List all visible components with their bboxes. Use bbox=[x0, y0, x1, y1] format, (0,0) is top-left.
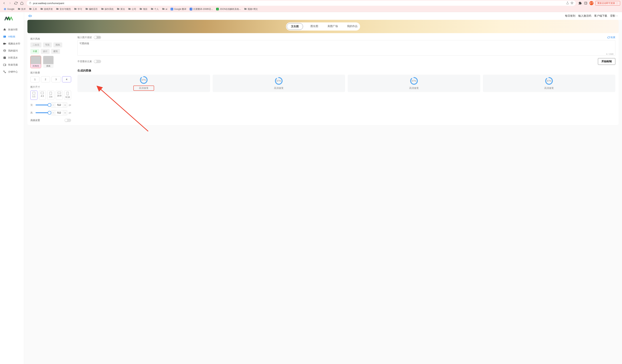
chat-icon bbox=[3, 49, 6, 52]
bookmark-label: Google 翻译 bbox=[174, 8, 186, 11]
prompt-input[interactable] bbox=[78, 40, 615, 56]
height-minus[interactable]: − bbox=[51, 110, 55, 115]
height-slider[interactable] bbox=[36, 112, 49, 113]
sidebar-item-wallet[interactable]: 快速充值 bbox=[0, 61, 24, 68]
style-chip-chinese[interactable]: 国风 bbox=[53, 42, 62, 47]
style-thumb-3d[interactable]: 3D角色 bbox=[30, 56, 41, 68]
bookmark-item[interactable]: 公司 bbox=[127, 7, 138, 11]
result-card[interactable]: 87%高清修复 bbox=[348, 75, 480, 92]
avatar[interactable]: 炎平 bbox=[589, 1, 593, 5]
negative-toggle[interactable] bbox=[94, 60, 101, 63]
width-input[interactable] bbox=[55, 103, 63, 107]
advanced-toggle[interactable] bbox=[64, 119, 71, 122]
bookmark-item[interactable]: GGoogle 翻译 bbox=[169, 7, 188, 11]
count-4[interactable]: 4 bbox=[62, 76, 71, 82]
star-icon[interactable] bbox=[570, 1, 573, 5]
extensions-icon[interactable] bbox=[578, 1, 582, 5]
width-slider[interactable] bbox=[36, 105, 49, 105]
restart-button[interactable]: 重新启动即可更新⋮ bbox=[595, 1, 620, 6]
sidebar-item-chat[interactable]: 我的提问 bbox=[0, 47, 24, 54]
width-minus[interactable]: − bbox=[51, 103, 55, 107]
count-1[interactable]: 1 bbox=[30, 76, 39, 82]
bookmark-item[interactable]: 学习 bbox=[73, 7, 83, 11]
style-chip-design[interactable]: 设计 bbox=[41, 49, 50, 54]
url-bar[interactable]: pcai.wailikeji.com/home/paint bbox=[27, 0, 576, 6]
bookmark-item[interactable]: 技术 bbox=[16, 7, 27, 11]
checkin-link[interactable]: 每日签到 bbox=[565, 14, 575, 18]
size-1-1[interactable]: 1:1 bbox=[30, 91, 38, 100]
aspect-icon bbox=[67, 92, 69, 95]
size-9-16[interactable]: 9:16 bbox=[64, 91, 71, 100]
sidebar-item-video[interactable]: 视频去水印 bbox=[0, 40, 24, 47]
height-input[interactable] bbox=[55, 110, 63, 115]
bookmark-item[interactable]: 个人 bbox=[149, 7, 160, 11]
bookmark-label: 个人 bbox=[154, 8, 159, 11]
sidebar-item-share[interactable]: 分销中心 bbox=[0, 68, 24, 75]
generate-button[interactable]: 开始绘制 bbox=[598, 58, 615, 65]
result-card[interactable]: 87%高清修复 bbox=[483, 75, 616, 92]
bookmark-item[interactable]: 译百度翻译-200种语... bbox=[188, 7, 214, 11]
width-stepper[interactable]: −+ bbox=[51, 102, 67, 108]
hq-label: 高清修复 bbox=[274, 86, 284, 90]
aspect-icon bbox=[58, 92, 61, 94]
bookmark-item[interactable]: 编程语言 bbox=[84, 7, 99, 11]
sidebar-item-list[interactable]: 问答流水 bbox=[0, 54, 24, 61]
folder-icon bbox=[74, 8, 77, 11]
bookmark-item[interactable]: 操作系统 bbox=[100, 7, 115, 11]
background-dropdown[interactable]: 背影 bbox=[610, 14, 618, 18]
mode-toggle[interactable]: 传统 bbox=[94, 36, 101, 39]
download-link[interactable]: 客户端下载 bbox=[594, 14, 607, 18]
style-chip-realistic[interactable]: 写实 bbox=[43, 42, 52, 47]
bookmark-item[interactable]: 视频+博文 bbox=[243, 7, 259, 11]
bookmark-item[interactable]: 工具 bbox=[28, 7, 39, 11]
bookmark-item[interactable]: 安全与规范 bbox=[55, 7, 72, 11]
back-button[interactable] bbox=[2, 1, 6, 5]
height-stepper[interactable]: −+ bbox=[51, 110, 67, 115]
width-plus[interactable]: + bbox=[63, 103, 67, 107]
style-chip-anime[interactable]: 二次元 bbox=[30, 42, 41, 47]
bookmark-item[interactable]: 算法 bbox=[116, 7, 126, 11]
svg-rect-7 bbox=[3, 43, 5, 45]
expand-button[interactable]: 拓展 bbox=[607, 36, 615, 39]
sidebar-item-image[interactable]: AI绘画 bbox=[0, 33, 24, 40]
size-4-3[interactable]: 4:3 bbox=[39, 91, 46, 100]
tab-text2img[interactable]: 文生图 bbox=[287, 23, 303, 30]
tab-myworks[interactable]: 我的作品 bbox=[345, 23, 359, 30]
style-chip-cartoon[interactable]: 卡通 bbox=[30, 49, 39, 54]
banner: 文生图 图生图 美图广场 我的作品 bbox=[27, 20, 619, 33]
sidebar-item-home[interactable]: 快速问答 bbox=[0, 26, 24, 33]
aspect-icon bbox=[50, 92, 52, 95]
height-plus[interactable]: + bbox=[63, 110, 67, 115]
share-icon[interactable] bbox=[566, 1, 569, 5]
bookmark-label: 技术 bbox=[21, 8, 26, 11]
panel-icon[interactable] bbox=[584, 1, 587, 5]
bookmark-item[interactable]: 游戏开发 bbox=[39, 7, 54, 11]
kebab-icon: ⋮ bbox=[616, 2, 618, 4]
size-3-4[interactable]: 3:4 bbox=[47, 91, 54, 100]
style-thumb-illustration[interactable]: 插画 bbox=[43, 56, 54, 68]
bookmark-item[interactable]: JJSON在线解析及格... bbox=[215, 7, 242, 11]
sidebar: 快速问答AI绘画视频去水印我的提问问答流水快速充值分销中心 bbox=[0, 12, 24, 364]
style-chip-architecture[interactable]: 建筑 bbox=[51, 49, 60, 54]
activation-link[interactable]: 输入激活码 bbox=[578, 14, 591, 18]
wallet-icon bbox=[3, 63, 6, 66]
result-card[interactable]: 87%高清修复 bbox=[213, 75, 345, 92]
bookmark-item[interactable]: ai bbox=[161, 7, 169, 11]
reload-button[interactable] bbox=[14, 1, 18, 5]
sound-icon[interactable] bbox=[28, 14, 32, 18]
tab-img2img[interactable]: 图生图 bbox=[309, 23, 320, 30]
bookmark-label: ai bbox=[166, 8, 167, 10]
result-card[interactable]: 87%高清修复 bbox=[78, 75, 210, 92]
forward-button[interactable] bbox=[8, 1, 12, 5]
folder-icon bbox=[85, 8, 88, 11]
count-3[interactable]: 3 bbox=[52, 76, 60, 82]
bookmark-item[interactable]: 项目 bbox=[138, 7, 149, 11]
settings-panel: 图片风格 二次元 写实 国风 卡通 设计 建筑 3D角色 插画 bbox=[27, 33, 74, 125]
home-button[interactable] bbox=[20, 1, 24, 5]
height-unit: px bbox=[69, 112, 71, 114]
svg-rect-0 bbox=[29, 3, 31, 4]
tab-gallery[interactable]: 美图广场 bbox=[326, 23, 340, 30]
bookmark-item[interactable]: Google bbox=[2, 7, 16, 11]
count-2[interactable]: 2 bbox=[41, 76, 50, 82]
size-16-9[interactable]: 16:9 bbox=[56, 91, 63, 100]
